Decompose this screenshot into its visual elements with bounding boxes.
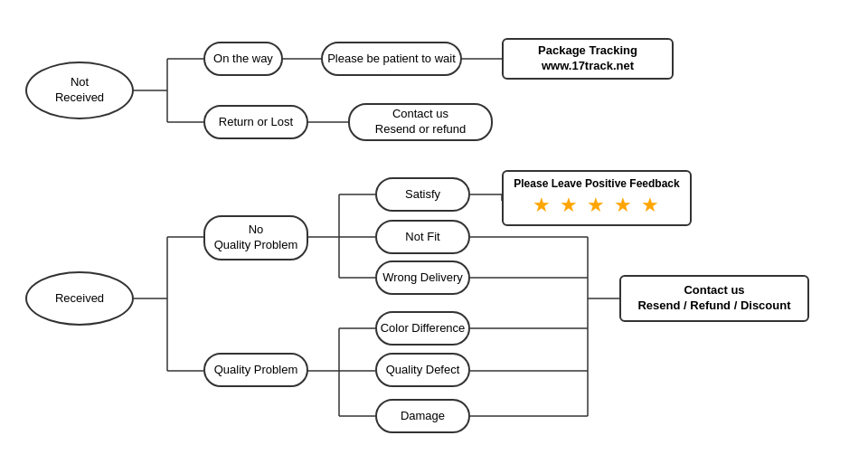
wrong-delivery-node: Wrong Delivery (375, 260, 470, 295)
on-the-way-node: On the way (203, 42, 283, 76)
not-fit-node: Not Fit (375, 220, 470, 254)
contact-resend-refund-discount-node: Contact us Resend / Refund / Discount (619, 275, 809, 322)
satisfy-node: Satisfy (375, 177, 470, 212)
diagram: Not Received On the way Return or Lost P… (0, 0, 868, 464)
package-tracking-node: Package Tracking www.17track.net (502, 38, 674, 80)
quality-defect-node: Quality Defect (375, 353, 470, 387)
stars: ★ ★ ★ ★ ★ (513, 194, 681, 217)
return-or-lost-node: Return or Lost (203, 105, 308, 139)
quality-problem-node: Quality Problem (203, 353, 308, 387)
received-node: Received (25, 271, 134, 326)
color-difference-node: Color Difference (375, 311, 470, 346)
contact-resend-refund-node: Contact us Resend or refund (348, 103, 493, 141)
no-quality-problem-node: No Quality Problem (203, 215, 308, 260)
patient-node: Please be patient to wait (321, 42, 462, 76)
feedback-title: Please Leave Positive Feedback (513, 177, 681, 190)
feedback-box: Please Leave Positive Feedback ★ ★ ★ ★ ★ (502, 170, 692, 226)
damage-node: Damage (375, 399, 470, 433)
not-received-node: Not Received (25, 62, 134, 119)
